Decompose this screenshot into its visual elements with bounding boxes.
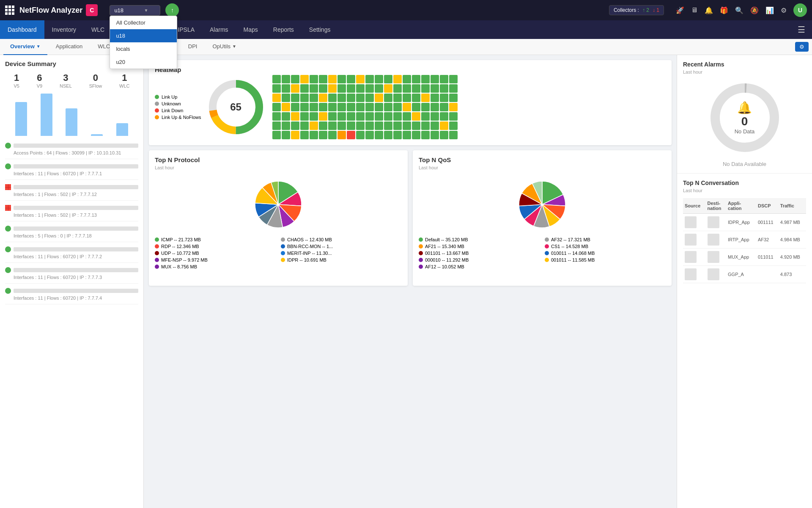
heatmap-cell	[300, 103, 309, 111]
collector-option-locals[interactable]: locals	[110, 42, 177, 55]
collector-option-u18[interactable]: u18	[110, 29, 177, 42]
heatmap-cell	[421, 131, 430, 139]
alarm-donut-label: 🔔 0 No Data	[735, 101, 755, 135]
nav-item-maps[interactable]: Maps	[236, 20, 266, 39]
legend-dot	[545, 237, 549, 242]
heatmap-cell	[431, 103, 439, 111]
heatmap-cell	[291, 131, 299, 139]
list-item[interactable]: Interfaces : 11 | Flows : 60720 | IP : 7…	[5, 267, 138, 284]
conversation-title: Top N Conversation	[683, 179, 806, 186]
heatmap-cell	[291, 84, 299, 93]
heatmap-cell	[337, 112, 346, 121]
list-item[interactable]: Interfaces : 1 | Flows : 502 | IP : 7.7.…	[5, 205, 138, 221]
upload-button[interactable]: ↑	[165, 3, 179, 17]
collector-select-button[interactable]: u18 ▼	[110, 5, 160, 16]
grid-icon	[5, 6, 14, 15]
table-row[interactable]: MUX_App 011011 4.920 MB	[683, 248, 806, 266]
nav-item-inventory[interactable]: Inventory	[44, 20, 84, 39]
legend-dot	[281, 244, 285, 248]
heatmap-cell	[365, 131, 374, 139]
heatmap-cell	[328, 75, 337, 83]
subnav-item-dpi[interactable]: DPI	[181, 39, 204, 55]
nav-item-wlc[interactable]: WLC	[84, 20, 112, 39]
heatmap-cell	[328, 121, 337, 130]
subnav-item-application[interactable]: Application	[49, 39, 90, 55]
qos-pie-legend: Default -- 35.120 MB AF32 -- 17.321 MB A…	[419, 237, 666, 269]
heatmap-cell	[431, 75, 439, 83]
search-icon[interactable]: 🔍	[735, 6, 743, 14]
heatmap-cell	[337, 121, 346, 130]
gift-icon[interactable]: 🎁	[720, 6, 728, 14]
dest-avatar	[708, 268, 719, 280]
device-stats: Interfaces : 11 | Flows : 60720 | IP : 7…	[5, 295, 138, 301]
heatmap-cell	[291, 112, 299, 121]
legend-dot	[281, 237, 285, 242]
legend-item: IDPR -- 10.691 MB	[281, 257, 402, 262]
nav-item-reports[interactable]: Reports	[266, 20, 302, 39]
legend-link-down: Link Down	[155, 108, 201, 113]
legend-item: ICMP -- 21.723 MB	[155, 237, 276, 242]
list-item[interactable]: Interfaces : 11 | Flows : 60720 | IP : 7…	[5, 288, 138, 304]
list-item[interactable]: Interfaces : 11 | Flows : 60720 | IP : 7…	[5, 246, 138, 263]
legend-dot	[155, 102, 159, 106]
nav-more-button[interactable]: ☰	[791, 20, 812, 39]
nav-item-settings[interactable]: Settings	[302, 20, 338, 39]
heatmap-donut-area: Link Up Unknown Link Down Link Up &	[155, 77, 266, 137]
nav-item-dashboard[interactable]: Dashboard	[0, 20, 44, 39]
heatmap-cell	[384, 103, 392, 111]
legend-unknown: Unknown	[155, 101, 201, 106]
subnav-item-oputils[interactable]: OpUtils ▼	[206, 39, 243, 55]
legend-dot	[155, 258, 159, 262]
heatmap-cell	[272, 103, 281, 111]
settings-icon[interactable]: ⚙	[781, 6, 787, 14]
heatmap-cell	[365, 103, 374, 111]
table-row[interactable]: IRTP_App AF32 4.984 MB	[683, 231, 806, 248]
app-logo: NetFlow Analyzer C	[5, 4, 98, 16]
alert-icon[interactable]: 🔕	[750, 6, 759, 14]
heatmap-cell	[291, 94, 299, 102]
collector-label: Collectors :	[614, 7, 639, 13]
heatmap-cell	[319, 103, 327, 111]
heatmap-cell	[412, 121, 420, 130]
legend-dot	[155, 244, 159, 248]
heatmap-cell	[272, 94, 281, 102]
heatmap-cell	[440, 94, 448, 102]
topbar-icons: 🚀 🖥 🔔 🎁 🔍 🔕 📊 ⚙ U	[676, 3, 807, 17]
heatmap-cell	[449, 121, 458, 130]
application-cell: IRTP_App	[726, 231, 756, 248]
legend-dot	[545, 244, 549, 248]
heatmap-cell	[310, 131, 318, 139]
collector-option-u20[interactable]: u20	[110, 55, 177, 69]
monitor-icon[interactable]: 🖥	[691, 6, 698, 14]
dscp-cell	[756, 266, 779, 283]
legend-item: MUX -- 8.756 MB	[155, 264, 402, 269]
heatmap-cell	[375, 84, 383, 93]
heatmap-cell	[431, 84, 439, 93]
list-item[interactable]: Interfaces : 5 | Flows : 0 | IP : 7.7.7.…	[5, 226, 138, 242]
dest-avatar	[708, 251, 719, 263]
chart-icon[interactable]: 📊	[765, 6, 774, 14]
bell-icon[interactable]: 🔔	[705, 6, 713, 14]
rocket-icon[interactable]: 🚀	[676, 6, 684, 14]
list-item[interactable]: Interfaces : 1 | Flows : 502 | IP : 7.7.…	[5, 184, 138, 201]
user-avatar[interactable]: U	[793, 3, 807, 17]
list-item[interactable]: Interfaces : 11 | Flows : 60720 | IP : 7…	[5, 163, 138, 180]
traffic-cell: 4.873	[779, 266, 806, 283]
col-source: Source	[683, 198, 706, 214]
collector-option-all[interactable]: All Collector	[110, 16, 177, 29]
heatmap-grid	[272, 75, 458, 139]
subnav-item-overview[interactable]: Overview ▼	[3, 39, 47, 55]
subnav-settings-button[interactable]: ⚙	[795, 42, 809, 52]
table-row[interactable]: IDPR_App 001111 4.987 MB	[683, 214, 806, 231]
heatmap-cell	[412, 84, 420, 93]
heatmap-cell	[431, 94, 439, 102]
list-item[interactable]: Access Points : 64 | Flows : 30099 | IP …	[5, 143, 138, 159]
table-row[interactable]: GGP_A 4.873	[683, 266, 806, 283]
heatmap-cell	[421, 94, 430, 102]
heatmap-cell	[328, 94, 337, 102]
device-status-icon	[5, 267, 11, 273]
heatmap-cell	[347, 75, 355, 83]
nav-item-alarms[interactable]: Alarms	[202, 20, 236, 39]
heatmap-cell	[337, 84, 346, 93]
legend-item: 001101 -- 13.667 MB	[419, 251, 540, 256]
